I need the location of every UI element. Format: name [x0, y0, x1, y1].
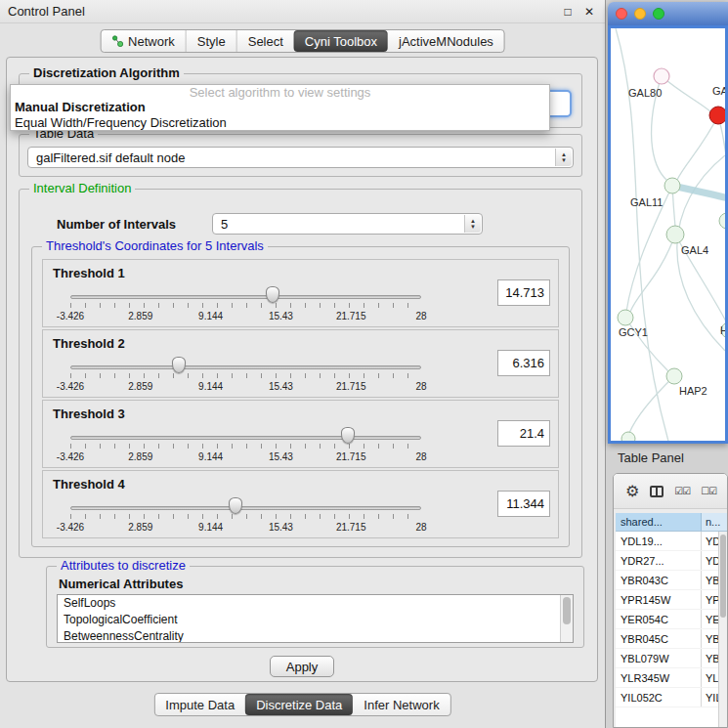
node-label: GCY1 [619, 326, 648, 338]
tab-network-label: Network [128, 34, 175, 49]
float-window-icon[interactable]: □ [560, 4, 576, 20]
table-row[interactable]: YPR145W YPR1... [616, 590, 727, 610]
network-canvas[interactable]: GAL80 GAL11 GAL4 GCY1 HAP2 GA H [608, 25, 728, 444]
close-traffic-light-icon[interactable] [616, 8, 627, 20]
number-of-intervals-value: 5 [221, 217, 228, 232]
network-window-titlebar[interactable] [608, 2, 728, 25]
combobox-stepper-icon[interactable]: ▲ ▼ [555, 149, 572, 166]
threshold-3-label: Threshold 3 [53, 407, 125, 421]
column-header-n[interactable]: n... [702, 513, 727, 531]
threshold-1-value-input[interactable] [497, 279, 550, 306]
threshold-2-value-input[interactable] [497, 350, 550, 376]
tab-infer-network[interactable]: Infer Network [353, 694, 450, 715]
list-item[interactable]: TopologicalCoefficient [58, 612, 573, 628]
slider-tick-labels: -3.426 2.859 9.144 15.43 21.715 28 [70, 381, 421, 393]
network-graph[interactable]: GAL80 GAL11 GAL4 GCY1 HAP2 GA H [611, 28, 725, 444]
attributes-group: Attributes to discretize Numerical Attri… [46, 566, 584, 648]
apply-button[interactable]: Apply [270, 656, 334, 677]
close-window-icon[interactable]: ✕ [581, 4, 597, 20]
network-node-red[interactable] [709, 107, 725, 124]
table-row[interactable]: YBR043C YBR0... [616, 571, 727, 590]
tab-jactivemnodules-label: jActiveMNodules [399, 34, 493, 49]
network-node[interactable] [654, 68, 669, 84]
zoom-traffic-light-icon[interactable] [653, 8, 664, 20]
slider-ticks [70, 514, 421, 519]
combobox-stepper-icon[interactable]: ▲ ▼ [464, 215, 481, 233]
network-node[interactable] [719, 213, 725, 229]
column-header-shared[interactable]: shared... [616, 513, 702, 531]
network-node[interactable] [618, 310, 633, 325]
slider-thumb[interactable] [266, 286, 279, 303]
slider-track[interactable] [70, 506, 421, 510]
slider-tick-labels: -3.426 2.859 9.144 15.43 21.715 28 [70, 311, 421, 322]
table-scrollbar[interactable] [718, 532, 727, 727]
slider-thumb[interactable] [229, 497, 242, 514]
threshold-4-label: Threshold 4 [53, 477, 125, 492]
threshold-3-box: Threshold 3 -3.426 2.859 9.144 15.43 21.… [42, 400, 559, 468]
tab-style-label: Style [197, 34, 226, 49]
table-header-row: shared... n... [616, 513, 727, 532]
table-data-combobox-value: galFiltered.sif default node [36, 150, 185, 165]
slider-track[interactable] [70, 365, 421, 369]
threshold-1-slider[interactable]: -3.426 2.859 9.144 15.43 21.715 28 [70, 285, 421, 324]
network-node[interactable] [666, 368, 682, 384]
table-row[interactable]: YER054C YER0... [616, 610, 727, 629]
popup-placeholder-text: Select algorithm to view settings [11, 85, 549, 100]
table-body: YDL19... YDL1... YDR27... YDR2... YBR043… [616, 532, 727, 707]
slider-thumb[interactable] [172, 357, 186, 373]
tab-impute-data-label: Impute Data [165, 698, 235, 712]
threshold-4-value-input[interactable] [497, 491, 550, 517]
select-all-checkbox-icon[interactable]: ☑☑ [674, 486, 690, 496]
network-nodes[interactable] [618, 68, 725, 444]
tab-jactivemnodules[interactable]: jActiveMNodules [388, 30, 504, 52]
tab-select[interactable]: Select [236, 30, 294, 52]
threshold-3-value-input[interactable] [497, 420, 550, 447]
threshold-3-slider[interactable]: -3.426 2.859 9.144 15.43 21.715 28 [70, 426, 421, 465]
table-row[interactable]: YDR27... YDR2... [616, 551, 727, 571]
slider-tick-labels: -3.426 2.859 9.144 15.43 21.715 28 [70, 451, 421, 463]
minimize-traffic-light-icon[interactable] [634, 8, 646, 20]
gear-icon[interactable]: ⚙ [625, 484, 639, 499]
network-node[interactable] [666, 226, 684, 243]
threshold-1-label: Threshold 1 [53, 266, 125, 280]
columns-icon[interactable] [650, 486, 664, 497]
popup-item-equal-width-frequency[interactable]: Equal Width/Frequency Discretization [11, 115, 549, 131]
numerical-attributes-list[interactable]: SelfLoops TopologicalCoefficient Between… [57, 594, 574, 643]
list-item[interactable]: BetweennessCentrality [58, 628, 573, 643]
network-node[interactable] [664, 178, 680, 193]
scrollbar-thumb[interactable] [563, 597, 571, 624]
table-data-combobox[interactable]: galFiltered.sif default node ▲ ▼ [27, 147, 574, 168]
table-row[interactable]: YDL19... YDL1... [616, 532, 727, 551]
tab-style[interactable]: Style [186, 30, 236, 52]
table-row[interactable]: YBR045C YBR0... [616, 629, 727, 649]
thresholds-group-title: Threshold's Coordinates for 5 Intervals [42, 238, 268, 253]
slider-track[interactable] [70, 295, 421, 299]
threshold-2-label: Threshold 2 [53, 336, 125, 351]
popup-item-manual-discretization[interactable]: Manual Discretization [11, 100, 549, 115]
slider-ticks [70, 303, 421, 308]
threshold-2-slider[interactable]: -3.426 2.859 9.144 15.43 21.715 28 [70, 356, 421, 395]
tab-cyni-toolbox[interactable]: Cyni Toolbox [294, 30, 388, 52]
tab-discretize-data[interactable]: Discretize Data [245, 694, 353, 715]
network-node[interactable] [621, 432, 635, 444]
slider-thumb[interactable] [341, 427, 355, 444]
table-row[interactable]: YIL052C YIL0... [616, 688, 727, 707]
tab-impute-data[interactable]: Impute Data [154, 694, 245, 715]
threshold-2-box: Threshold 2 -3.426 2.859 9.144 15.43 21.… [42, 329, 559, 398]
network-view-window: GAL80 GAL11 GAL4 GCY1 HAP2 GA H [608, 2, 728, 444]
table-row[interactable]: YLR345W YLR3... [616, 668, 727, 688]
threshold-4-slider[interactable]: -3.426 2.859 9.144 15.43 21.715 28 [70, 496, 421, 535]
tab-network[interactable]: Network [101, 30, 186, 52]
table-toolbar: ⚙ ☑☑ ☐☑ [614, 474, 727, 509]
table-panel-title: Table Panel [618, 450, 684, 465]
select-partial-checkbox-icon[interactable]: ☐☑ [701, 486, 716, 496]
slider-tick-labels: -3.426 2.859 9.144 15.43 21.715 28 [70, 522, 421, 534]
scrollbar-thumb[interactable] [720, 535, 726, 618]
slider-track[interactable] [70, 436, 421, 440]
node-label: GA [712, 85, 725, 97]
list-scrollbar[interactable] [560, 595, 573, 642]
table-row[interactable]: YBL079W YBL0... [616, 649, 727, 668]
control-panel: Control Panel □ ✕ Network Style Select C… [0, 0, 606, 728]
list-item[interactable]: SelfLoops [58, 595, 573, 612]
number-of-intervals-combobox[interactable]: 5 ▲ ▼ [212, 213, 483, 235]
